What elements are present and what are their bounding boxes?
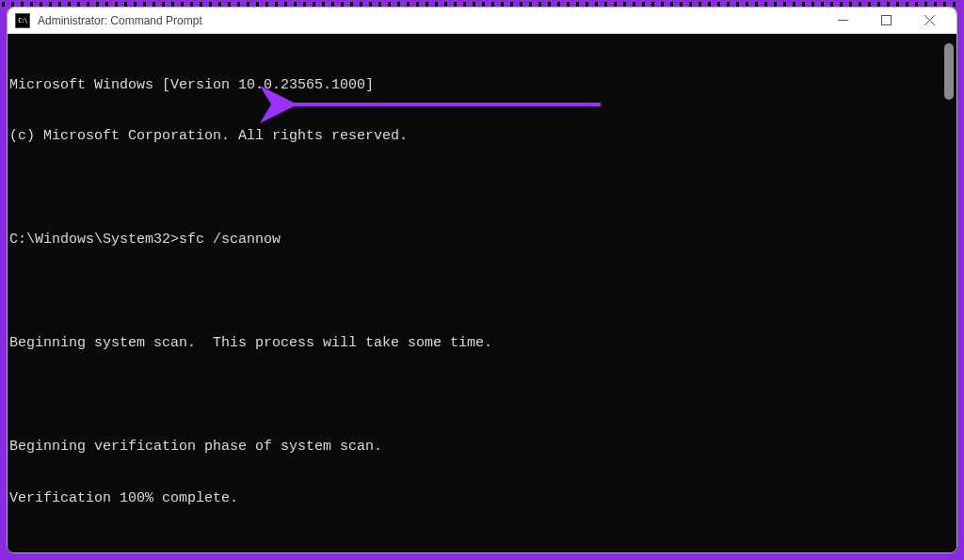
svg-rect-1 <box>881 16 891 25</box>
terminal-blank-line <box>9 283 955 300</box>
terminal-line: (c) Microsoft Corporation. All rights re… <box>9 128 955 145</box>
minimize-button[interactable] <box>821 8 864 34</box>
cmd-icon: C:\ <box>15 13 30 28</box>
terminal-line: Microsoft Windows [Version 10.0.23565.10… <box>9 77 955 94</box>
titlebar[interactable]: C:\ Administrator: Command Prompt <box>8 8 956 34</box>
window-controls <box>821 8 951 34</box>
terminal-output[interactable]: Microsoft Windows [Version 10.0.23565.10… <box>8 34 956 552</box>
screenshot-frame: C:\ Administrator: Command Prompt Micros… <box>0 0 964 560</box>
command-prompt-window: C:\ Administrator: Command Prompt Micros… <box>7 7 957 553</box>
terminal-line: Beginning verification phase of system s… <box>9 439 955 456</box>
prompt-path: C:\Windows\System32> <box>9 232 179 248</box>
terminal-line: Beginning system scan. This process will… <box>9 335 955 352</box>
maximize-button[interactable] <box>864 8 908 34</box>
terminal-blank-line <box>9 387 955 404</box>
terminal-command-line: C:\Windows\System32>sfc /scannow <box>9 232 955 248</box>
terminal-blank-line <box>9 542 955 553</box>
close-button[interactable] <box>908 8 951 34</box>
scrollbar-thumb[interactable] <box>944 43 954 100</box>
terminal-blank-line <box>9 180 955 197</box>
window-title: Administrator: Command Prompt <box>38 14 821 27</box>
typed-command: sfc /scannow <box>179 232 281 248</box>
terminal-line: Verification 100% complete. <box>9 490 955 507</box>
